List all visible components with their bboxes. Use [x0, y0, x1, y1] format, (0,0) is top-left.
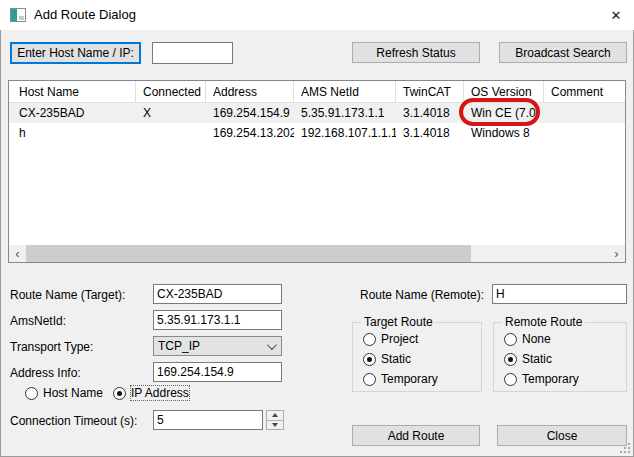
remote-route-group: Remote Route None Static Temporary	[493, 322, 627, 392]
column-header-address[interactable]: Address	[206, 81, 294, 102]
remote-route-static-radio[interactable]: Static	[504, 352, 552, 366]
transport-type-dropdown[interactable]: TCP_IP	[153, 336, 282, 356]
remote-route-temporary-radio[interactable]: Temporary	[504, 372, 579, 386]
radio-icon	[363, 333, 376, 346]
cell-connected: X	[136, 106, 206, 120]
column-header-ams-netid[interactable]: AMS NetId	[294, 81, 396, 102]
scroll-right-icon[interactable]: ›	[608, 245, 625, 262]
radio-label: Temporary	[381, 372, 438, 386]
spin-up-button[interactable]	[266, 410, 284, 421]
radio-icon	[363, 353, 376, 366]
transport-type-value: TCP_IP	[158, 339, 200, 353]
cell-os-version: Win CE (7.0)	[464, 106, 544, 120]
cell-ams-netid: 192.168.107.1.1.1	[294, 126, 396, 140]
scroll-left-icon[interactable]: ‹	[9, 245, 26, 262]
ams-netid-input[interactable]	[153, 310, 282, 330]
column-header-comment[interactable]: Comment	[544, 81, 625, 102]
radio-label: None	[522, 332, 551, 346]
close-button[interactable]: Close	[497, 425, 627, 446]
connection-timeout-input[interactable]	[153, 410, 263, 430]
route-name-target-label: Route Name (Target):	[10, 288, 125, 302]
spin-down-button[interactable]	[266, 421, 284, 431]
route-name-target-input[interactable]	[153, 284, 282, 304]
cell-ams-netid: 5.35.91.173.1.1	[294, 106, 396, 120]
target-route-title: Target Route	[361, 315, 436, 329]
remote-route-none-radio[interactable]: None	[504, 332, 551, 346]
route-name-remote-label: Route Name (Remote):	[360, 288, 484, 302]
title-bar: Add Route Dialog ✕	[0, 0, 634, 30]
column-header-twincat[interactable]: TwinCAT	[396, 81, 464, 102]
cell-host-name: h	[9, 126, 136, 140]
table-header: Host Name Connected Address AMS NetId Tw…	[9, 81, 625, 103]
address-info-label: Address Info:	[10, 366, 81, 380]
radio-icon	[25, 387, 38, 400]
connection-timeout-label: Connection Timeout (s):	[10, 414, 137, 428]
ip-address-radio-label: IP Address	[131, 386, 189, 400]
route-name-remote-input[interactable]	[492, 284, 627, 304]
triangle-up-icon	[272, 413, 278, 417]
radio-icon	[363, 373, 376, 386]
target-route-group: Target Route Project Static Temporary	[352, 322, 482, 392]
ams-netid-label: AmsNetId:	[10, 314, 66, 328]
connection-timeout-stepper	[266, 410, 284, 430]
address-info-input[interactable]	[153, 362, 282, 382]
table-row[interactable]: CX-235BAD X 169.254.154.9 5.35.91.173.1.…	[9, 103, 625, 123]
radio-label: Static	[522, 352, 552, 366]
radio-label: Temporary	[522, 372, 579, 386]
refresh-status-button[interactable]: Refresh Status	[352, 42, 480, 63]
column-header-os-version[interactable]: OS Version	[464, 81, 544, 102]
window-title: Add Route Dialog	[34, 7, 136, 22]
cell-twincat: 3.1.4018	[396, 106, 464, 120]
radio-icon	[504, 333, 517, 346]
cell-address: 169.254.154.9	[206, 106, 294, 120]
resize-grip[interactable]	[620, 443, 630, 453]
table-row[interactable]: h 169.254.13.202 192.168.107.1.1.1 3.1.4…	[9, 123, 625, 143]
cell-address: 169.254.13.202	[206, 126, 294, 140]
column-header-host-name[interactable]: Host Name	[9, 81, 136, 102]
scrollbar-thumb[interactable]	[26, 245, 471, 262]
radio-icon	[504, 373, 517, 386]
horizontal-scrollbar[interactable]: ‹ ›	[9, 245, 625, 262]
radio-icon	[113, 387, 126, 400]
close-window-button[interactable]: ✕	[598, 0, 634, 30]
add-route-button[interactable]: Add Route	[352, 425, 480, 446]
radio-label: Static	[381, 352, 411, 366]
cell-os-version: Windows 8	[464, 126, 544, 140]
target-route-project-radio[interactable]: Project	[363, 332, 418, 346]
app-window-icon	[10, 8, 26, 22]
close-icon: ✕	[611, 8, 622, 23]
radio-icon	[504, 353, 517, 366]
remote-route-title: Remote Route	[502, 315, 585, 329]
chevron-down-icon	[267, 340, 277, 350]
ip-address-radio[interactable]: IP Address	[113, 386, 189, 400]
routes-table: Host Name Connected Address AMS NetId Tw…	[8, 80, 626, 263]
transport-type-label: Transport Type:	[10, 340, 93, 354]
cell-twincat: 3.1.4018	[396, 126, 464, 140]
host-name-radio-label: Host Name	[43, 386, 103, 400]
host-name-radio[interactable]: Host Name	[25, 386, 103, 400]
target-route-temporary-radio[interactable]: Temporary	[363, 372, 438, 386]
host-name-input[interactable]	[152, 42, 233, 64]
radio-label: Project	[381, 332, 418, 346]
add-route-dialog: Add Route Dialog ✕ Enter Host Name / IP:…	[0, 0, 634, 457]
target-route-static-radio[interactable]: Static	[363, 352, 411, 366]
enter-host-name-button[interactable]: Enter Host Name / IP:	[10, 42, 141, 64]
cell-host-name: CX-235BAD	[9, 106, 136, 120]
column-header-connected[interactable]: Connected	[136, 81, 206, 102]
broadcast-search-button[interactable]: Broadcast Search	[499, 42, 627, 63]
triangle-down-icon	[272, 423, 278, 427]
